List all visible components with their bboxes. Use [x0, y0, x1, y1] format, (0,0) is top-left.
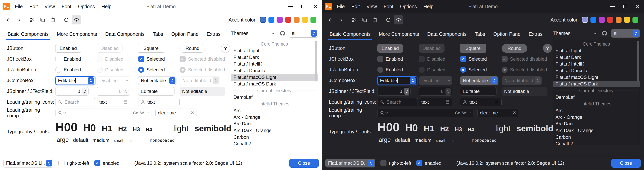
radio-selected[interactable]: Selected: [460, 67, 487, 73]
tab-option-pane[interactable]: Option Pane: [490, 28, 524, 40]
tab-option-pane[interactable]: Option Pane: [168, 28, 202, 40]
menu-view[interactable]: View: [41, 0, 58, 13]
right-to-left-checkbox[interactable]: right-to-left: [58, 160, 89, 166]
jbutton-round[interactable]: Round: [180, 44, 205, 53]
spinner[interactable]: 0: [377, 87, 410, 96]
scrollbar-thumb[interactable]: [637, 41, 639, 82]
accent-swatch-green[interactable]: [310, 17, 316, 23]
cut-button[interactable]: [28, 15, 37, 25]
match-case-button[interactable]: Cc: [455, 110, 460, 115]
right-to-left-checkbox[interactable]: right-to-left: [380, 160, 411, 166]
back-button[interactable]: [326, 15, 335, 25]
menu-icon[interactable]: [172, 100, 177, 104]
textfield-editable[interactable]: Editable: [138, 87, 174, 96]
jbutton-enabled[interactable]: Enabled: [55, 44, 81, 53]
theme-item-flatlaf-light[interactable]: FlatLaf Light: [553, 47, 640, 54]
textfield-editable[interactable]: Editable: [460, 87, 496, 96]
themes-filter-combobox[interactable]: all: [289, 29, 318, 38]
theme-item-flatlaf-darcula[interactable]: FlatLaf Darcula: [231, 67, 318, 74]
search-history-field[interactable]: Cc W .*: [377, 109, 474, 117]
theme-item-arc-dark-orange[interactable]: Arc Dark - Orange: [231, 127, 318, 134]
download-themes-button[interactable]: [270, 30, 276, 37]
theme-item-arc-dark-orange[interactable]: Arc Dark - Orange: [553, 127, 640, 134]
regex-button[interactable]: .*: [146, 110, 149, 115]
combobox-arrows-icon[interactable]: [169, 77, 176, 84]
clear-icon[interactable]: ✕: [513, 111, 516, 115]
match-case-button[interactable]: Cc: [133, 110, 138, 115]
accent-swatch-orange[interactable]: [294, 17, 300, 23]
menu-icon[interactable]: [494, 100, 499, 104]
help-button[interactable]: ?: [221, 44, 230, 53]
enabled-checkbox[interactable]: enabled: [94, 160, 120, 166]
tab-basic-components[interactable]: Basic Components: [4, 28, 52, 40]
theme-item-arc-orange[interactable]: Arc - Orange: [231, 114, 318, 120]
tab-more-components[interactable]: More Components: [376, 28, 422, 40]
theme-item-flatlaf-dark[interactable]: FlatLaf Dark: [231, 54, 318, 61]
combobox-arrows-icon[interactable]: [46, 160, 52, 166]
current-theme-combobox[interactable]: FlatLaf macOS D...: [325, 159, 375, 167]
date-field[interactable]: text: [419, 98, 452, 106]
theme-item-flatlaf-light[interactable]: FlatLaf Light: [231, 47, 318, 54]
menu-view[interactable]: View: [363, 0, 380, 13]
jbutton-square[interactable]: Square: [138, 44, 164, 53]
download-themes-button[interactable]: [592, 30, 598, 37]
close-app-button[interactable]: Close: [611, 159, 641, 168]
checkbox-enabled[interactable]: Enabled: [55, 56, 81, 62]
jbutton-enabled[interactable]: Enabled: [377, 44, 403, 53]
clearable-field[interactable]: clear me ✕: [477, 109, 519, 117]
forward-button[interactable]: [14, 15, 23, 25]
theme-item-arc-dark[interactable]: Arc Dark: [553, 120, 640, 127]
refresh-button[interactable]: [384, 15, 393, 25]
show-hidden-toggle-button[interactable]: [394, 15, 403, 25]
tab-extras[interactable]: Extras: [204, 28, 224, 40]
refresh-button[interactable]: [62, 15, 71, 25]
menu-edit[interactable]: Edit: [26, 0, 41, 13]
tab-tabs[interactable]: Tabs: [150, 28, 166, 40]
calendar-icon[interactable]: [445, 100, 450, 104]
theme-item-flatlaf-macos-light[interactable]: FlatLaf macOS Light: [553, 74, 640, 81]
date-field[interactable]: text: [97, 98, 130, 106]
combobox-arrows-icon[interactable]: [491, 77, 498, 84]
theme-item-flatlaf-darcula[interactable]: FlatLaf Darcula: [553, 67, 640, 74]
menu-options[interactable]: Options: [397, 0, 420, 13]
combobox-not-editable[interactable]: Not editable: [460, 76, 498, 85]
close-window-button[interactable]: ✕: [631, 0, 644, 13]
back-button[interactable]: [4, 15, 13, 25]
radio-enabled[interactable]: Enabled: [377, 67, 403, 73]
combobox-arrows-icon[interactable]: [410, 77, 416, 84]
radio-enabled[interactable]: Enabled: [55, 67, 81, 73]
spinner-arrows-icon[interactable]: [404, 88, 409, 95]
accent-swatch-yellow[interactable]: [624, 17, 630, 23]
checkbox-enabled[interactable]: Enabled: [377, 56, 403, 62]
themes-filter-combobox[interactable]: all: [611, 29, 640, 38]
accent-swatch-orange[interactable]: [616, 17, 622, 23]
combobox-arrows-icon[interactable]: [633, 30, 639, 37]
accent-swatch-green[interactable]: [632, 17, 638, 23]
whole-word-button[interactable]: W: [462, 110, 466, 115]
combobox-arrows-icon[interactable]: [88, 77, 94, 84]
accent-swatch-default[interactable]: [582, 17, 588, 23]
show-hidden-toggle-button[interactable]: [72, 15, 81, 25]
enabled-checkbox[interactable]: enabled: [416, 160, 442, 166]
accent-swatch-red[interactable]: [285, 17, 291, 23]
tab-basic-components[interactable]: Basic Components: [326, 28, 374, 40]
accent-swatch-yellow[interactable]: [302, 17, 308, 23]
search-history-field[interactable]: Cc W .*: [55, 109, 152, 117]
user-field[interactable]: text: [460, 98, 502, 106]
combobox-not-editable[interactable]: Not editable: [138, 76, 176, 85]
combobox-arrows-icon[interactable]: [368, 160, 374, 166]
clearable-field[interactable]: clear me ✕: [155, 109, 197, 117]
theme-item-demolaf[interactable]: DemoLaf: [231, 94, 318, 101]
checkbox-selected[interactable]: Selected: [460, 56, 487, 62]
accent-swatch-red[interactable]: [607, 17, 613, 23]
combobox-arrows-icon[interactable]: [311, 30, 317, 37]
radio-selected[interactable]: Selected: [138, 67, 165, 73]
scrollbar-thumb[interactable]: [315, 41, 317, 82]
cut-button[interactable]: [350, 15, 359, 25]
theme-item-flatlaf-intellij[interactable]: FlatLaf IntelliJ: [553, 61, 640, 67]
theme-item-arc-orange[interactable]: Arc - Orange: [553, 114, 640, 120]
forward-button[interactable]: [336, 15, 345, 25]
jbutton-round[interactable]: Round: [502, 44, 527, 53]
github-button[interactable]: [601, 30, 608, 37]
accent-swatch-blue[interactable]: [590, 17, 596, 23]
